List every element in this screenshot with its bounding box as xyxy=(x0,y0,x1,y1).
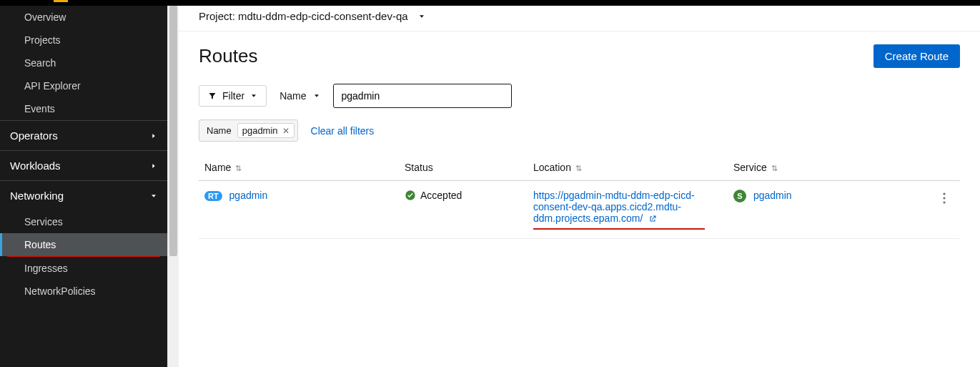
route-resource-badge: RT xyxy=(204,191,222,201)
nav-routes[interactable]: Routes xyxy=(0,233,167,256)
nav-group-networking[interactable]: Networking xyxy=(0,180,167,210)
col-status: Status xyxy=(399,155,528,181)
col-location[interactable]: Location⇅ xyxy=(528,155,728,181)
filter-chip: pgadmin ✕ xyxy=(237,123,295,138)
check-circle-icon xyxy=(405,190,416,201)
nav-group-networking-label: Networking xyxy=(10,190,64,202)
chevron-down-icon xyxy=(150,192,157,200)
project-label: Project: mdtu-ddm-edp-cicd-consent-dev-q… xyxy=(199,10,408,22)
route-name-link[interactable]: pgadmin xyxy=(229,190,268,201)
route-status: Accepted xyxy=(405,190,462,201)
chip-remove-icon[interactable]: ✕ xyxy=(282,126,289,136)
sort-icon: ⇅ xyxy=(771,164,778,172)
filter-search-box[interactable] xyxy=(333,84,512,108)
route-location-link[interactable]: https://pgadmin-mdtu-ddm-edp-cicd-consen… xyxy=(533,190,695,224)
caret-down-icon xyxy=(313,92,320,99)
filter-chip-group: Name pgadmin ✕ xyxy=(199,119,298,142)
sort-icon: ⇅ xyxy=(235,164,242,172)
sort-icon: ⇅ xyxy=(575,164,582,172)
service-resource-badge: S xyxy=(733,190,746,202)
nav-projects[interactable]: Projects xyxy=(0,29,167,52)
col-name[interactable]: Name⇅ xyxy=(199,155,399,181)
chevron-right-icon xyxy=(150,162,157,170)
svg-point-3 xyxy=(943,201,945,203)
nav-group-operators[interactable]: Operators xyxy=(0,120,167,150)
filter-search-input[interactable] xyxy=(341,90,504,102)
nav-events[interactable]: Events xyxy=(0,97,167,120)
page-title: Routes xyxy=(199,45,257,67)
nav-networkpolicies[interactable]: NetworkPolicies xyxy=(0,280,167,303)
sidebar: Overview Projects Search API Explorer Ev… xyxy=(0,0,167,367)
table-row: RT pgadmin Accepted https://pgadmin-mdtu… xyxy=(199,181,960,239)
filter-dropdown[interactable]: Filter xyxy=(199,85,267,107)
nav-api-explorer[interactable]: API Explorer xyxy=(0,74,167,97)
caret-down-icon xyxy=(250,92,257,99)
main-content: Project: mdtu-ddm-edp-cicd-consent-dev-q… xyxy=(179,0,980,367)
caret-down-icon xyxy=(418,13,425,20)
external-link-icon xyxy=(645,212,657,224)
filter-icon xyxy=(208,92,217,100)
row-actions-kebab[interactable] xyxy=(937,190,954,209)
nav-group-operators-label: Operators xyxy=(10,129,58,142)
nav-search[interactable]: Search xyxy=(0,52,167,74)
sidebar-scrollbar[interactable] xyxy=(167,0,179,367)
svg-point-2 xyxy=(943,197,945,199)
routes-table: Name⇅ Status Location⇅ Service⇅ RT pgadm… xyxy=(199,155,960,239)
nav-services[interactable]: Services xyxy=(0,210,167,233)
col-service[interactable]: Service⇅ xyxy=(728,155,931,181)
chip-group-label: Name xyxy=(207,125,232,136)
service-name-link[interactable]: pgadmin xyxy=(753,190,792,201)
nav-ingresses[interactable]: Ingresses xyxy=(0,257,167,280)
chip-text: pgadmin xyxy=(242,125,278,136)
filter-attribute-dropdown[interactable]: Name xyxy=(277,86,323,106)
chevron-right-icon xyxy=(150,132,157,140)
create-route-button[interactable]: Create Route xyxy=(873,44,960,68)
top-masthead xyxy=(0,0,980,6)
kebab-icon xyxy=(943,192,946,204)
nav-group-workloads[interactable]: Workloads xyxy=(0,150,167,180)
nav-group-workloads-label: Workloads xyxy=(10,160,61,172)
scrollbar-thumb[interactable] xyxy=(169,6,177,256)
clear-all-filters-link[interactable]: Clear all filters xyxy=(311,125,375,137)
filter-label: Filter xyxy=(222,90,244,102)
svg-point-1 xyxy=(943,192,945,195)
filter-attribute-label: Name xyxy=(279,90,306,102)
nav-overview[interactable]: Overview xyxy=(0,6,167,29)
annotation-underline xyxy=(533,228,705,230)
